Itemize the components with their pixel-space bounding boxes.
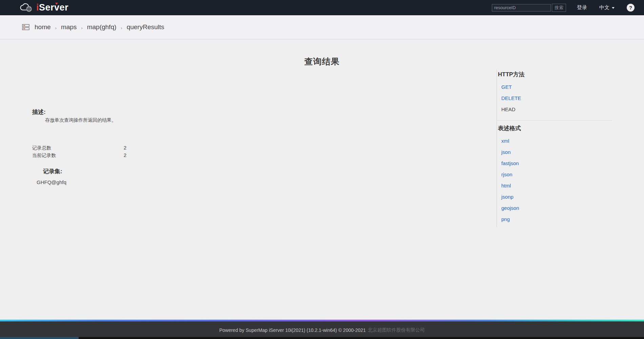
bottom-edge-strip-left	[0, 337, 79, 339]
breadcrumb-home[interactable]: home	[35, 23, 51, 31]
brand-letter-i: i	[36, 2, 39, 13]
help-button[interactable]: ?	[627, 4, 635, 12]
stat-value: 2	[124, 152, 126, 159]
sidebar-item-get[interactable]: GET	[501, 81, 615, 93]
footer-company-name: 北京超图软件股份有限公司	[368, 327, 425, 333]
login-link[interactable]: 登录	[577, 4, 587, 11]
breadcrumb-current: queryResults	[127, 23, 164, 31]
page-title: 查询结果	[0, 56, 644, 67]
sidebar-divider	[497, 120, 612, 121]
formats-heading: 表述格式	[498, 125, 615, 132]
cloud-globe-icon	[18, 3, 33, 13]
sidebar-item-png[interactable]: png	[501, 214, 615, 225]
breadcrumb-maps[interactable]: maps	[61, 23, 77, 31]
page: iServer 搜索 登录 中文 ? ho	[0, 0, 644, 339]
breadcrumb-map-ghfq[interactable]: map(ghfq)	[87, 23, 117, 31]
sidebar-item-rjson[interactable]: rjson	[501, 169, 615, 180]
server-list-icon	[22, 24, 31, 31]
stats-table: 记录总数 2 当前记录数 2	[32, 144, 126, 159]
description-text: 存放单次查询操作所返回的结果。	[45, 117, 116, 123]
sidebar-item-head: HEAD	[501, 104, 615, 115]
sidebar-item-delete[interactable]: DELETE	[501, 93, 615, 104]
stat-label: 当前记录数	[32, 152, 56, 159]
language-dropdown[interactable]: 中文	[599, 4, 615, 11]
sidebar-item-fastjson[interactable]: fastjson	[501, 158, 615, 169]
footer-powered-by: Powered by SuperMap iServer 10i(2021) (1…	[219, 327, 366, 333]
search-input[interactable]	[492, 4, 551, 12]
sidebar-item-html[interactable]: html	[501, 180, 615, 191]
search-button[interactable]: 搜索	[552, 4, 566, 12]
sidebar: HTTP方法 GET DELETE HEAD 表述格式 xml json fas…	[497, 69, 615, 227]
brand-text: iServer	[36, 3, 68, 12]
caret-down-icon	[612, 7, 615, 9]
bottom-edge-strip	[0, 337, 644, 339]
language-label: 中文	[599, 4, 609, 11]
sidebar-item-jsonp[interactable]: jsonp	[501, 191, 615, 202]
breadcrumb: home › maps › map(ghfq) › queryResults	[0, 15, 644, 39]
navbar-right-group: 搜索 登录 中文 ?	[492, 0, 635, 15]
brand-red-triangle-icon	[55, 3, 58, 5]
breadcrumb-separator: ›	[81, 24, 82, 31]
stat-value: 2	[124, 144, 126, 152]
breadcrumb-separator: ›	[55, 24, 57, 31]
brand-rest: Server	[39, 2, 68, 13]
table-row: 当前记录数 2	[32, 152, 126, 159]
stat-label: 记录总数	[32, 144, 51, 152]
sidebar-item-xml[interactable]: xml	[501, 135, 615, 146]
question-icon: ?	[629, 5, 632, 11]
http-methods-heading: HTTP方法	[498, 71, 615, 78]
iserver-logo[interactable]: iServer	[18, 0, 68, 15]
sidebar-item-json[interactable]: json	[501, 146, 615, 158]
description-heading: 描述:	[32, 108, 46, 116]
top-navbar: iServer 搜索 登录 中文 ?	[0, 0, 644, 15]
resource-search: 搜索	[492, 4, 566, 12]
table-row: 记录总数 2	[32, 144, 126, 152]
recordset-item[interactable]: GHFQ@ghfq	[37, 179, 66, 185]
footer: Powered by SuperMap iServer 10i(2021) (1…	[0, 321, 644, 339]
recordset-heading: 记录集:	[43, 167, 62, 175]
breadcrumb-separator: ›	[121, 24, 122, 31]
main-content: 查询结果 描述: 存放单次查询操作所返回的结果。 记录总数 2 当前记录数 2 …	[0, 40, 644, 320]
sidebar-item-geojson[interactable]: geojson	[501, 202, 615, 214]
